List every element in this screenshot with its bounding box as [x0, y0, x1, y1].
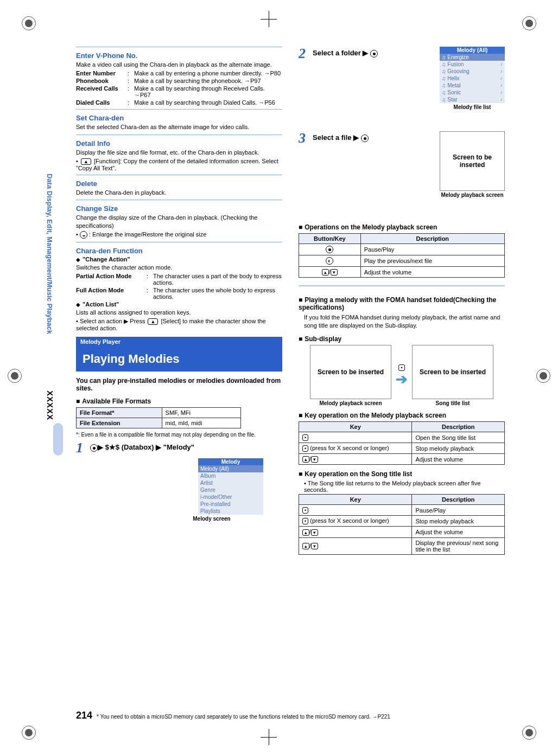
menu-item: Playlists — [198, 508, 263, 515]
ops-desc: Pause/Play — [360, 244, 504, 255]
vphone-row: Dialed Calls:Make a call by searching th… — [76, 99, 282, 106]
menu-item: Genre — [198, 486, 263, 494]
list-item: ♫ Grooving♪ — [440, 68, 505, 75]
fileformat-label: File Format* — [77, 408, 162, 418]
melody-menu-caption: Melody screen — [179, 516, 244, 522]
keyop2-heading: Key operation on the Song title list — [299, 470, 505, 478]
playback-screen-placeholder: Screen to be inserted — [440, 131, 505, 191]
keyop-desc: Stop melody playback — [412, 516, 505, 527]
reg-mark-tl — [22, 16, 36, 30]
list-item: ♫ Sonic♪ — [440, 89, 505, 96]
vphone-desc: Make a video call using the Chara-den in… — [76, 61, 282, 69]
keyop-desc: Adjust the volume — [412, 454, 505, 465]
keyop-desc: Stop melody playback — [412, 443, 505, 454]
menu-item: Melody (All) — [198, 465, 263, 472]
melody-list-caption: Melody file list — [440, 104, 505, 110]
side-key-icon: • — [302, 434, 308, 441]
side-key-icon: • — [302, 445, 308, 452]
center-key-icon — [361, 134, 369, 142]
action-list-desc: Lists all actions assigned to operation … — [76, 309, 282, 317]
side-up-key-icon: ▴ — [302, 543, 309, 549]
melody-menu-screen: Melody Melody (All) Album Artist Genre i… — [198, 458, 263, 515]
side-up-key-icon: ▴ — [302, 529, 309, 536]
side-down-key-icon: ▾ — [311, 529, 318, 536]
keyop-desc: Display the previous/ next song title in… — [412, 537, 505, 554]
melody-menu-title: Melody — [198, 458, 263, 465]
subdisp-heading: Sub-display — [299, 335, 505, 343]
fold-desc: If you fold the FOMA handset during melo… — [304, 313, 505, 330]
feature-lead: You can play pre-installed melodies or m… — [76, 377, 282, 392]
keyop-key-suffix: (press for X second or longer) — [310, 445, 389, 451]
list-item: ♫ Metal♪ — [440, 82, 505, 89]
side-up-key-icon: ▴ — [302, 456, 309, 463]
subdisp-songlist-caption: Song title list — [412, 400, 493, 406]
list-item: ♫ Energize♪ — [440, 54, 505, 61]
fileext-value: mid, mld, midi — [162, 418, 240, 428]
footer-note: * You need to obtain a microSD memory ca… — [97, 714, 390, 720]
changesize-desc: Change the display size of the Chara-den… — [76, 214, 282, 230]
reg-mark-mr — [536, 369, 550, 383]
keyop-th-key: Key — [299, 421, 412, 432]
charafn-row: Full Action Mode:The character uses the … — [76, 287, 282, 300]
delete-desc: Delete the Chara-den in playback. — [76, 189, 282, 197]
side-section-label: Data Display, Edit, Management/Music Pla… — [46, 174, 54, 334]
avail-formats-head: Available File Formats — [76, 398, 282, 405]
action-list-bullet-t1: Select an action ▶ Press — [80, 318, 147, 324]
step-2-number: 2 — [299, 47, 309, 61]
function-key-icon: ▲ — [81, 158, 91, 165]
keyop1-table: KeyDescription •Open the Song title list… — [299, 421, 505, 465]
left-column: Enter V-Phone No. Make a video call usin… — [76, 43, 282, 555]
subdisp-songlist-placeholder: Screen to be inserted — [412, 345, 493, 399]
right-column: Melody (All) ♫ Energize♪ ♫ Fusion♪ ♫ Gro… — [299, 43, 505, 555]
ops-desc: Play the previous/next file — [360, 255, 504, 267]
setchara-desc: Set the selected Chara-den as the altern… — [76, 123, 282, 131]
vphone-row: Received Calls:Make a call by searching … — [76, 85, 282, 98]
subdisp-playback-placeholder: Screen to be inserted — [310, 345, 391, 399]
heading-charafn: Chara-den Function — [76, 247, 282, 255]
side-key-icon: • — [398, 364, 404, 371]
side-subcode-label: XXXXX — [46, 390, 55, 420]
change-action-desc: Switches the character action mode. — [76, 264, 282, 272]
center-key-icon — [370, 50, 378, 57]
crop-mark-top — [261, 11, 277, 27]
updown-nav-icon — [80, 231, 87, 239]
page-number: 214 — [76, 710, 92, 721]
side-tab-pill — [53, 423, 63, 456]
side-key-icon: • — [302, 507, 308, 514]
fileformat-footnote: *: Even a file in a compatible file form… — [76, 432, 282, 438]
playback-screen-caption: Melody playback screen — [440, 192, 505, 198]
fileformat-value: SMF, MFi — [162, 408, 240, 418]
reg-mark-ml — [8, 369, 22, 383]
side-key-icon: • — [302, 518, 308, 524]
charafn-row: Partial Action Mode:The character uses a… — [76, 273, 282, 286]
side-down-key-icon: ▾ — [311, 543, 318, 549]
vphone-row: Phonebook:Make a call by searching the p… — [76, 78, 282, 84]
menu-item: Artist — [198, 479, 263, 486]
reg-mark-br — [522, 726, 536, 740]
reg-mark-tr — [522, 16, 536, 30]
ops-th-key: Button/Key — [299, 234, 361, 244]
keyop2-note: • The Song title list returns to the Mel… — [304, 480, 505, 493]
heading-detail: Detail Info — [76, 139, 282, 148]
reg-mark-bl — [22, 726, 36, 740]
ops-table: Button/KeyDescription Pause/Play Play th… — [299, 233, 505, 278]
detail-desc: Display the file size and file format, e… — [76, 149, 282, 157]
menu-item: Album — [198, 472, 263, 479]
center-key-icon — [90, 444, 98, 452]
keyop-key-suffix: (press for X second or longer) — [310, 517, 389, 524]
keyop-desc: Open the Song title list — [412, 432, 505, 443]
select-key-icon: ▲ — [148, 318, 158, 325]
heading-vphone: Enter V-Phone No. — [76, 52, 282, 60]
detail-bullet-text: [Function]: Copy the content of the deta… — [76, 158, 278, 171]
melody-file-list-screen: Melody (All) ♫ Energize♪ ♫ Fusion♪ ♫ Gro… — [440, 47, 505, 103]
keyop2-table: KeyDescription •Pause/Play • (press for … — [299, 494, 505, 554]
detail-bullet: • ▲ [Function]: Copy the content of the … — [76, 158, 282, 171]
action-list-bullet: • Select an action ▶ Press ▲ [Select] to… — [76, 318, 282, 331]
step-3-number: 3 — [299, 131, 309, 145]
list-item: ♫ Fusion♪ — [440, 61, 505, 68]
feature-title: Playing Melodies — [76, 347, 282, 371]
heading-setchara: Set Chara-den — [76, 114, 282, 122]
keyop-desc: Pause/Play — [412, 505, 505, 516]
keyop1-heading: Key operation on the Melody playback scr… — [299, 412, 505, 419]
menu-item: Pre-installed — [198, 501, 263, 508]
